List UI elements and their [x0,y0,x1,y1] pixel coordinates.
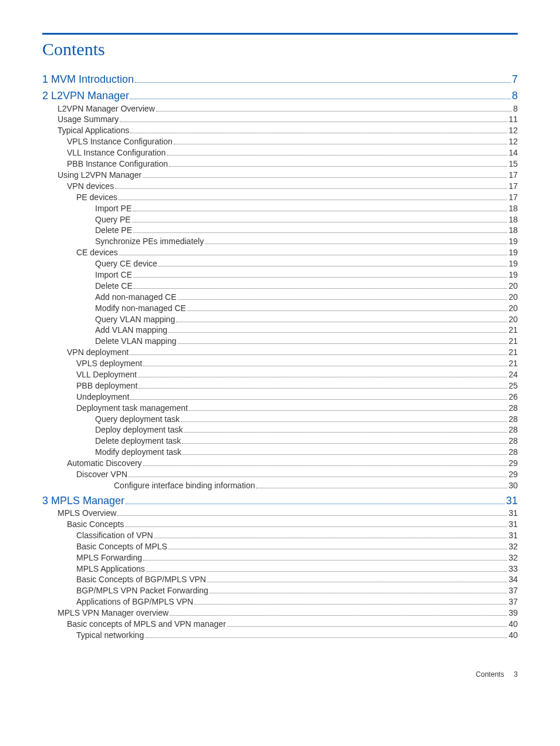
toc-entry-page: 7 [512,72,518,86]
toc-entry[interactable]: MPLS Applications33 [76,563,518,575]
toc-entry[interactable]: CE devices19 [76,247,518,258]
toc-leader-dots [205,244,507,244]
toc-entry-page: 18 [508,225,518,236]
toc-entry[interactable]: Using L2VPN Manager17 [58,170,518,181]
toc-leader-dots [138,377,507,377]
toc-entry[interactable]: Classification of VPN31 [76,530,518,541]
toc-entry-page: 39 [508,607,518,619]
toc-entry-label: Classification of VPN [76,530,153,541]
toc-entry[interactable]: PE devices17 [76,192,518,203]
toc-entry[interactable]: VPLS deployment21 [76,358,518,369]
toc-entry-page: 19 [508,236,518,247]
toc-entry[interactable]: Delete CE20 [95,281,518,292]
toc-leader-dots [256,488,507,488]
toc-leader-dots [210,593,508,593]
toc-entry[interactable]: VPN devices17 [67,181,518,192]
toc-entry[interactable]: Deployment task management28 [76,403,518,414]
toc-entry-page: 15 [508,158,518,170]
toc-entry-label: MPLS Forwarding [76,552,142,563]
toc-entry[interactable]: MPLS VPN Manager overview39 [58,607,518,619]
toc-entry-page: 19 [508,247,518,258]
toc-entry[interactable]: BGP/MPLS VPN Packet Forwarding37 [76,585,518,596]
toc-entry-page: 21 [508,347,518,358]
toc-leader-dots [182,443,507,444]
toc-entry[interactable]: Delete PE18 [95,225,518,236]
toc-leader-dots [194,604,507,605]
toc-entry[interactable]: VPN deployment21 [67,347,518,358]
toc-entry[interactable]: Query VLAN mapping20 [95,314,518,325]
toc-entry[interactable]: Query deployment task28 [95,414,518,425]
toc-entry[interactable]: Basic Concepts of BGP/MPLS VPN34 [76,574,518,585]
toc-leader-dots [178,343,508,344]
toc-entry[interactable]: Configure interface binding information3… [114,480,518,491]
toc-entry[interactable]: L2VPN Manager Overview8 [58,103,518,114]
toc-leader-dots [167,155,507,156]
toc-entry-label: Basic concepts of MPLS and VPN manager [67,619,226,630]
toc-entry[interactable]: Applications of BGP/MPLS VPN37 [76,596,518,607]
toc-entry[interactable]: Add non-managed CE20 [95,292,518,303]
toc-leader-dots [115,188,507,189]
toc-entry[interactable]: Query CE device19 [95,258,518,269]
toc-leader-dots [132,222,508,222]
toc-entry-page: 28 [508,436,518,447]
toc-entry[interactable]: Modify deployment task28 [95,447,518,458]
toc-entry[interactable]: Import PE18 [95,203,518,214]
toc-entry-label: VPLS deployment [76,358,142,369]
toc-entry-label: Add non-managed CE [95,292,177,303]
toc-entry[interactable]: Undeployment26 [76,391,518,403]
toc-leader-dots [143,560,507,561]
toc-entry[interactable]: Typical networking40 [76,630,518,641]
toc-entry-page: 11 [508,114,518,125]
toc-entry[interactable]: Automatic Discovery29 [67,458,518,469]
toc-entry[interactable]: Usage Summary11 [58,114,518,125]
footer-page-number: 3 [514,670,518,679]
toc-entry[interactable]: Add VLAN mapping21 [95,325,518,336]
toc-entry-page: 37 [508,585,518,596]
toc-entry-page: 33 [508,563,518,575]
toc-entry-page: 20 [508,314,518,325]
toc-entry-label: Query VLAN mapping [95,314,175,325]
toc-entry-page: 28 [508,414,518,425]
toc-leader-dots [156,111,512,112]
toc-entry-page: 17 [508,192,518,203]
toc-entry-label: Query deployment task [95,414,180,425]
toc-entry[interactable]: Typical Applications12 [58,125,518,136]
toc-entry[interactable]: PBB Instance Configuration15 [67,158,518,170]
toc-entry[interactable]: Delete deployment task28 [95,436,518,447]
toc-entry[interactable]: Delete VLAN mapping21 [95,336,518,347]
toc-entry[interactable]: VLL Instance Configuration14 [67,147,518,158]
toc-entry[interactable]: Basic concepts of MPLS and VPN manager40 [67,619,518,630]
toc-entry[interactable]: VPLS Instance Configuration12 [67,136,518,147]
toc-entry[interactable]: Synchronize PEs immediately19 [95,236,518,247]
toc-leader-dots [135,82,511,83]
toc-leader-dots [145,637,507,638]
toc-entry[interactable]: Basic Concepts31 [67,519,518,530]
toc-entry-label: 3 MPLS Manager [42,494,124,508]
toc-entry-label: Typical networking [76,630,144,641]
toc-entry[interactable]: Query PE18 [95,214,518,225]
toc-entry-label: 2 L2VPN Manager [42,89,129,103]
table-of-contents: 1 MVM Introduction72 L2VPN Manager8L2VPN… [42,72,518,641]
toc-entry[interactable]: VLL Deployment24 [76,369,518,380]
toc-leader-dots [117,515,507,516]
toc-entry[interactable]: MPLS Overview31 [58,508,518,519]
toc-entry-page: 31 [508,530,518,541]
toc-entry[interactable]: 1 MVM Introduction7 [42,72,518,86]
toc-entry[interactable]: PBB deployment25 [76,380,518,391]
toc-entry-label: Basic Concepts of BGP/MPLS VPN [76,574,206,585]
toc-entry-label: Delete PE [95,225,132,236]
toc-entry[interactable]: 2 L2VPN Manager8 [42,89,518,103]
toc-entry[interactable]: Basic Concepts of MPLS32 [76,541,518,552]
toc-entry-page: 31 [508,519,518,530]
toc-entry-page: 20 [508,292,518,303]
toc-leader-dots [170,615,507,616]
toc-entry-label: Deployment task management [76,403,188,414]
toc-entry[interactable]: Import CE19 [95,269,518,281]
toc-entry-page: 24 [508,369,518,380]
toc-leader-dots [119,200,507,200]
toc-entry[interactable]: 3 MPLS Manager31 [42,494,518,508]
toc-entry[interactable]: MPLS Forwarding32 [76,552,518,563]
toc-entry[interactable]: Modify non-managed CE20 [95,303,518,314]
toc-entry[interactable]: Discover VPN29 [76,469,518,480]
toc-entry[interactable]: Deploy deployment task28 [95,424,518,436]
